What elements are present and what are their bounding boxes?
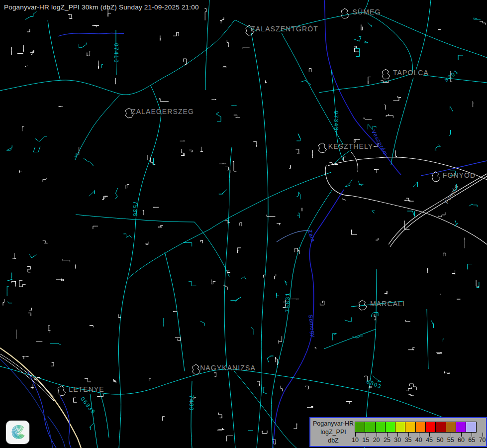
legend-tick-label: 20 bbox=[373, 437, 380, 444]
city-label-zalaszentgrot: ZALASZENTGRÓT bbox=[251, 25, 318, 32]
legend-tick-mark bbox=[355, 433, 356, 437]
legend-swatch bbox=[385, 422, 395, 433]
legend-tick-mark bbox=[429, 433, 430, 437]
legend-tick-label: 70 bbox=[479, 437, 486, 444]
legend-tick-label: 55 bbox=[447, 437, 454, 444]
legend-color-scale bbox=[355, 422, 477, 433]
legend-swatch bbox=[446, 422, 456, 433]
legend-tick-label: 40 bbox=[415, 437, 422, 444]
map-title: Poganyvar-HR logZ_PPI 30km (dbZ) Sunday … bbox=[4, 3, 199, 11]
city-label-marcali: MARCALI bbox=[370, 300, 405, 307]
city-label-tapolca: TAPOLCA bbox=[393, 69, 429, 76]
legend-tick-marks bbox=[355, 433, 483, 437]
legend-tick-label: 15 bbox=[362, 437, 369, 444]
legend-tick-mark bbox=[408, 433, 409, 437]
legend-swatch bbox=[355, 422, 365, 433]
city-label-letenye: LETENYE bbox=[69, 386, 104, 393]
legend-tick-mark bbox=[451, 433, 451, 437]
road-label: 07343 bbox=[333, 111, 339, 131]
road-label: 7490 bbox=[189, 395, 194, 411]
legend-swatch bbox=[415, 422, 426, 433]
legend-tick-label: 10 bbox=[352, 437, 359, 444]
legend-station-block: Poganyvar-HR logZ_PPI dbZ bbox=[310, 420, 356, 445]
legend-tick-mark bbox=[366, 433, 366, 437]
legend-tick-mark bbox=[387, 433, 388, 437]
road-label: 75831 bbox=[285, 292, 291, 313]
legend-swatch bbox=[375, 422, 386, 433]
city-label-fonyod: FONYÓD bbox=[443, 172, 476, 179]
legend-tick-mark bbox=[461, 433, 462, 437]
legend-tick-mark bbox=[440, 433, 440, 437]
legend-tick-label: 65 bbox=[468, 437, 475, 444]
road-label: 7536 bbox=[132, 201, 138, 217]
legend-swatch bbox=[365, 422, 375, 433]
legend-tick-label: 50 bbox=[436, 437, 443, 444]
spiral-icon bbox=[8, 423, 28, 443]
legend-tick-labels: 10152025303540455055606570 bbox=[355, 437, 487, 445]
legend-product-name: logZ_PPI bbox=[310, 428, 356, 437]
legend-tick-mark bbox=[397, 433, 398, 437]
legend-tick-mark bbox=[483, 433, 483, 437]
legend-tick-mark bbox=[472, 433, 472, 437]
legend-swatch bbox=[395, 422, 405, 433]
radar-display: Poganyvar-HR logZ_PPI 30km (dbZ) Sunday … bbox=[0, 0, 487, 448]
legend-swatch bbox=[466, 422, 476, 433]
road-label: 07410 bbox=[113, 43, 119, 64]
legend-tick-label: 30 bbox=[394, 437, 401, 444]
radar-map bbox=[0, 0, 487, 448]
legend-tick-label: 35 bbox=[405, 437, 412, 444]
legend-swatch bbox=[435, 422, 446, 433]
city-label-nagykanizsa: NAGYKANIZSA bbox=[200, 364, 256, 371]
legend-swatch bbox=[425, 422, 436, 433]
legend-swatch bbox=[405, 422, 415, 433]
city-label-sumeg: SÜMEG bbox=[353, 8, 381, 15]
legend-tick-label: 60 bbox=[458, 437, 465, 444]
city-label-keszthely: KESZTHELY bbox=[328, 143, 374, 150]
legend-station-name: Poganyvar-HR bbox=[310, 420, 356, 428]
legend-swatch bbox=[456, 422, 466, 433]
legend-panel: Poganyvar-HR logZ_PPI dbZ 10152025303540… bbox=[309, 417, 487, 447]
legend-tick-label: 45 bbox=[426, 437, 433, 444]
legend-tick-mark bbox=[377, 433, 377, 437]
city-label-zalaegerszeg: ZALAEGERSZEG bbox=[131, 108, 194, 115]
legend-tick-label: 25 bbox=[384, 437, 390, 444]
legend-unit-label: dbZ bbox=[310, 437, 356, 445]
road-lines bbox=[0, 0, 487, 448]
water-and-boundary-lines bbox=[0, 0, 487, 448]
radar-logo bbox=[6, 421, 29, 444]
legend-tick-mark bbox=[419, 433, 419, 437]
